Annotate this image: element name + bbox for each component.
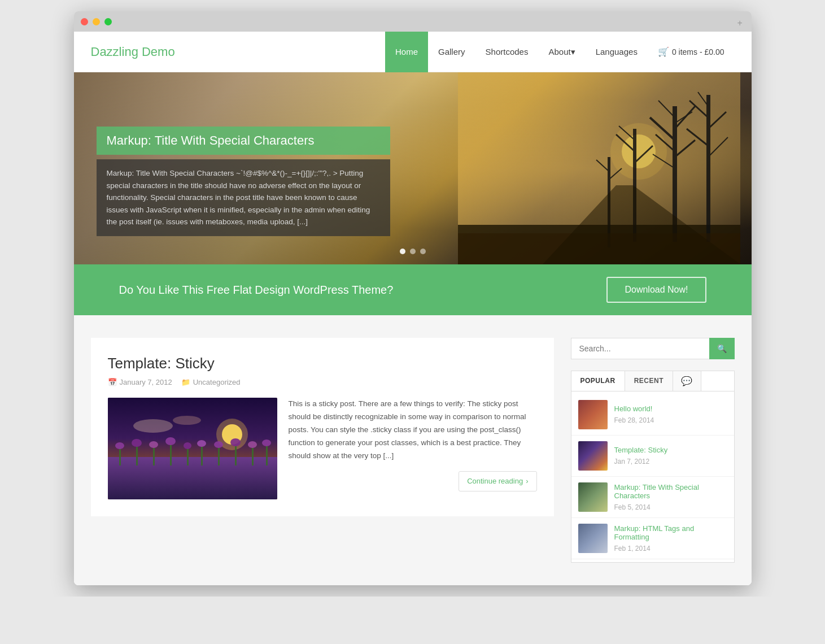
read-more-link[interactable]: Continue reading ›: [459, 471, 536, 491]
nav-languages[interactable]: Languages: [586, 32, 648, 72]
widget-post-title-link[interactable]: Template: Sticky: [614, 446, 668, 454]
hero-content: Markup: Title With Special Characters Ma…: [97, 127, 390, 236]
post-title: Template: Sticky: [108, 355, 537, 372]
tab-popular[interactable]: POPULAR: [571, 371, 625, 391]
site: Dazzling Demo Home Gallery Shortcodes Ab…: [74, 32, 752, 585]
site-header: Dazzling Demo Home Gallery Shortcodes Ab…: [74, 32, 752, 72]
cart-label: 0 items - £0.00: [672, 47, 724, 56]
cta-text: Do You Like This Free Flat Design WordPr…: [119, 284, 394, 297]
svg-point-45: [214, 441, 223, 448]
post-body: This is a sticky post. There are a few t…: [108, 398, 537, 499]
svg-rect-42: [201, 446, 203, 465]
slide-dot-3[interactable]: [420, 249, 426, 254]
hero-title-box: Markup: Title With Special Characters: [97, 127, 390, 155]
nav-shortcodes[interactable]: Shortcodes: [475, 32, 539, 72]
arrow-right-icon: ›: [526, 475, 528, 488]
svg-point-37: [149, 441, 158, 448]
search-box: 🔍: [571, 338, 735, 359]
list-item: Template: Sticky Jan 7, 2012: [571, 436, 734, 477]
content-area: Template: Sticky 📅 January 7, 2012 📁 Unc…: [91, 338, 554, 563]
search-icon: 🔍: [717, 344, 727, 353]
slide-dot-2[interactable]: [410, 249, 416, 254]
nav-gallery[interactable]: Gallery: [428, 32, 475, 72]
post-category: Uncategorized: [193, 378, 241, 386]
widget-post-info: Markup: Title With Special Characters Fe…: [614, 483, 727, 512]
svg-rect-40: [187, 449, 189, 465]
widget-post-info: Hello world! Feb 28, 2014: [614, 404, 654, 425]
tab-headers: POPULAR RECENT 💬: [571, 371, 734, 391]
post-category-meta: 📁 Uncategorized: [181, 378, 241, 386]
widget-post-thumbnail: [578, 482, 608, 512]
svg-point-39: [165, 437, 176, 445]
svg-rect-44: [218, 447, 220, 465]
svg-point-35: [132, 439, 142, 447]
post-excerpt: This is a sticky post. There are a few t…: [289, 398, 537, 499]
calendar-icon: 📅: [108, 378, 117, 386]
svg-rect-50: [266, 446, 268, 465]
svg-point-33: [115, 442, 124, 449]
list-item: Hello world! Feb 28, 2014: [571, 394, 734, 436]
main-container: Template: Sticky 📅 January 7, 2012 📁 Unc…: [74, 315, 752, 585]
expand-icon: +: [737, 18, 745, 25]
widget-post-info: Markup: HTML Tags and Formatting Feb 1, …: [614, 524, 727, 553]
sidebar: 🔍 POPULAR RECENT 💬 Hello world!: [571, 338, 735, 563]
svg-point-51: [262, 440, 271, 446]
mac-window: + Dazzling Demo Home Gallery Shortcodes …: [74, 11, 752, 585]
nav-home[interactable]: Home: [385, 32, 428, 72]
svg-point-41: [184, 442, 191, 449]
widget-post-title-link[interactable]: Markup: Title With Special Characters: [614, 483, 727, 500]
post-thumbnail-image: [108, 398, 277, 499]
post-meta: 📅 January 7, 2012 📁 Uncategorized: [108, 378, 537, 386]
close-button[interactable]: [81, 18, 88, 25]
widget-post-thumbnail: [578, 441, 608, 471]
hero-section: Markup: Title With Special Characters Ma…: [74, 72, 752, 264]
hero-description: Markup: Title With Special Characters ~`…: [107, 167, 380, 228]
widget-post-info: Template: Sticky Jan 7, 2012: [614, 446, 668, 466]
svg-point-43: [197, 440, 206, 447]
widget-post-date: Jan 7, 2012: [614, 458, 650, 465]
minimize-button[interactable]: [93, 18, 100, 25]
fullscreen-button[interactable]: [104, 18, 112, 25]
slide-dot-1[interactable]: [400, 249, 405, 254]
cart-nav[interactable]: 🛒 0 items - £0.00: [648, 32, 735, 72]
nav-about[interactable]: About ▾: [538, 32, 585, 72]
tab-comments[interactable]: 💬: [673, 371, 701, 391]
tab-recent[interactable]: RECENT: [625, 371, 673, 391]
search-button[interactable]: 🔍: [709, 338, 735, 359]
cta-banner: Do You Like This Free Flat Design WordPr…: [74, 264, 752, 315]
hero-title: Markup: Title With Special Characters: [107, 133, 380, 148]
list-item: Markup: HTML Tags and Formatting Feb 1, …: [571, 518, 734, 559]
widget-tabs: POPULAR RECENT 💬 Hello world! Feb 28, 20…: [571, 371, 735, 563]
hero-description-box: Markup: Title With Special Characters ~`…: [97, 159, 390, 236]
svg-rect-36: [153, 447, 155, 465]
svg-point-47: [230, 438, 241, 446]
mac-titlebar: +: [74, 11, 752, 32]
post-date: January 7, 2012: [120, 378, 172, 386]
site-logo[interactable]: Dazzling Demo: [91, 45, 386, 59]
folder-icon: 📁: [181, 378, 190, 386]
post-thumbnail: [108, 398, 277, 499]
widget-post-date: Feb 1, 2014: [614, 545, 651, 552]
svg-rect-38: [170, 444, 172, 465]
widget-post-date: Feb 28, 2014: [614, 416, 654, 424]
hero-trees-svg: [458, 72, 740, 264]
svg-rect-34: [136, 446, 138, 465]
widget-post-thumbnail: [578, 400, 608, 429]
widget-post-title-link[interactable]: Markup: HTML Tags and Formatting: [614, 524, 727, 541]
post-footer: Continue reading ›: [289, 471, 537, 491]
widget-post-date: Feb 5, 2014: [614, 503, 651, 511]
popular-posts-list: Hello world! Feb 28, 2014 Template: Stic…: [571, 391, 734, 562]
widget-post-thumbnail: [578, 524, 608, 553]
svg-point-49: [248, 441, 257, 448]
post-card: Template: Sticky 📅 January 7, 2012 📁 Unc…: [91, 338, 554, 516]
list-item: Markup: Title With Special Characters Fe…: [571, 477, 734, 518]
site-nav: Home Gallery Shortcodes About ▾ Language…: [385, 32, 734, 72]
post-image-svg: [108, 398, 277, 499]
widget-post-title-link[interactable]: Hello world!: [614, 404, 654, 413]
download-button[interactable]: Download Now!: [606, 277, 706, 303]
post-date-meta: 📅 January 7, 2012: [108, 378, 172, 386]
hero-dots: [400, 249, 426, 254]
svg-rect-48: [252, 447, 254, 465]
search-input[interactable]: [571, 338, 709, 359]
cart-icon: 🛒: [658, 46, 669, 57]
